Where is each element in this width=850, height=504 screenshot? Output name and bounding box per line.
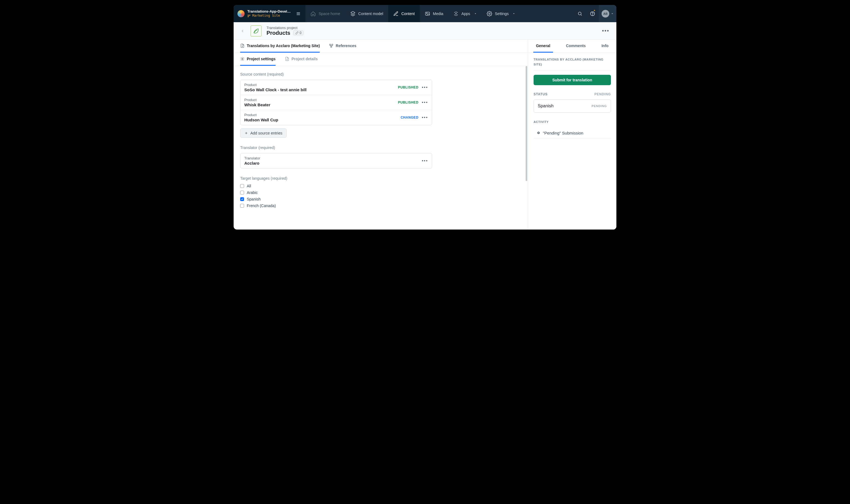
space-name: Translations-App-Develo…: [247, 9, 291, 14]
help-icon: [590, 11, 595, 16]
language-option-arabic[interactable]: Arabic: [240, 191, 520, 195]
language-option-french-canada-[interactable]: French (Canada): [240, 203, 520, 208]
subtab-project-details[interactable]: Project details: [285, 53, 318, 66]
apps-icon: [453, 11, 459, 16]
subtab-project-settings[interactable]: Project settings: [240, 53, 276, 66]
language-status: PENDING: [591, 104, 607, 108]
app-window: Translations-App-Develo… Marketing Site …: [233, 5, 617, 230]
avatar: AB: [602, 10, 609, 18]
space-home-icon: [310, 11, 316, 16]
status-badge: CHANGED: [401, 115, 418, 120]
search-button[interactable]: [574, 5, 586, 22]
doc-icon: [240, 43, 245, 48]
sidebar-tab-info[interactable]: Info: [599, 40, 611, 53]
breadcrumb: Translations project: [266, 26, 303, 30]
environment-name: Marketing Site: [252, 14, 280, 18]
space-menu-button[interactable]: [294, 10, 302, 18]
status-label: STATUS: [534, 92, 548, 96]
entry-actions-menu[interactable]: •••: [601, 26, 610, 36]
contentful-logo-icon: [238, 10, 245, 17]
sidebar-tabs: GeneralCommentsInfo: [528, 40, 617, 53]
source-entry-card[interactable]: ProductWhisk BeaterPUBLISHED•••: [241, 95, 432, 110]
nav-space-home[interactable]: Space home: [306, 5, 345, 22]
editor-tabs: Translations by Acclaro (Marketing Site)…: [233, 40, 528, 53]
checkbox-icon: [240, 204, 244, 208]
language-option-spanish[interactable]: Spanish: [240, 197, 520, 201]
checkbox-icon: [240, 184, 244, 188]
source-content-list: ProductSoSo Wall Clock - test annie bill…: [240, 80, 432, 125]
leaf-icon: [253, 28, 259, 34]
language-option-all[interactable]: All: [240, 184, 520, 188]
target-languages-list: AllArabicSpanishFrench (Canada): [240, 184, 520, 208]
top-navbar: Translations-App-Develo… Marketing Site …: [233, 5, 617, 22]
search-icon: [577, 11, 583, 16]
entry-header: Translations project Products 0 •••: [233, 22, 617, 40]
source-entry-card[interactable]: ProductSoSo Wall Clock - test annie bill…: [241, 80, 432, 95]
translator-card[interactable]: Translator Acclaro •••: [240, 153, 432, 168]
submit-for-translation-button[interactable]: Submit for translation: [534, 75, 611, 85]
sidebar-panel: GeneralCommentsInfo TRANSLATIONS BY ACCL…: [528, 40, 617, 230]
target-languages-label: Target languages (required): [240, 176, 520, 180]
add-source-entries-button[interactable]: Add source entries: [240, 128, 287, 138]
entry-title: SoSo Wall Clock - test annie bill: [244, 87, 307, 92]
translator-menu-button[interactable]: •••: [422, 158, 428, 163]
link-icon: [295, 31, 299, 35]
entry-title: Hudson Wall Cup: [244, 118, 278, 122]
status-badge: PUBLISHED: [398, 101, 418, 104]
editor-panel: Translations by Acclaro (Marketing Site)…: [233, 40, 528, 230]
nav-content[interactable]: Content: [388, 5, 420, 22]
entry-type: Product: [244, 83, 307, 87]
scrollbar[interactable]: [526, 66, 527, 181]
sidebar-tab-comments[interactable]: Comments: [563, 40, 588, 53]
tab-translations-by-acclaro-marketing-site-[interactable]: Translations by Acclaro (Marketing Site): [240, 40, 320, 53]
user-menu[interactable]: AB: [599, 5, 617, 22]
content-icon: [393, 11, 399, 16]
entry-menu-button[interactable]: •••: [422, 115, 428, 120]
entry-menu-button[interactable]: •••: [422, 100, 428, 105]
activity-dot-icon: [537, 132, 540, 134]
references-count: 0: [300, 31, 301, 35]
nav-apps[interactable]: Apps: [448, 5, 482, 22]
tab-references[interactable]: References: [329, 40, 357, 53]
activity-label: ACTIVITY: [534, 120, 611, 125]
activity-item: "Pending" Submission: [534, 128, 611, 138]
nav-content-model[interactable]: Content model: [345, 5, 388, 22]
source-entry-card[interactable]: ProductHudson Wall CupCHANGED•••: [241, 110, 432, 125]
back-button[interactable]: [240, 28, 246, 34]
chevron-down-icon: [513, 12, 515, 15]
nav-media[interactable]: Media: [420, 5, 448, 22]
entry-type: Product: [244, 98, 270, 102]
media-icon: [425, 11, 430, 16]
notification-dot-icon: [593, 9, 595, 12]
svg-point-5: [489, 13, 490, 14]
nav-items: Space homeContent modelContentMediaAppsS…: [306, 5, 520, 22]
sidebar-tab-general[interactable]: General: [533, 40, 553, 53]
language-name: Spanish: [538, 104, 554, 108]
content-type-icon: [250, 25, 262, 36]
source-content-label: Source content (required): [240, 72, 520, 76]
branch-icon: [247, 14, 250, 18]
help-button[interactable]: [586, 5, 599, 22]
entry-title: Whisk Beater: [244, 103, 270, 107]
plus-icon: [244, 131, 248, 135]
chevron-down-icon: [611, 12, 614, 15]
content-model-icon: [350, 11, 355, 16]
svg-point-2: [249, 15, 250, 15]
sidebar-app-title: TRANSLATIONS BY ACCLARO (MARKETING SITE): [534, 57, 611, 67]
checkbox-icon: [240, 197, 244, 201]
svg-point-6: [578, 12, 581, 15]
ref-icon: [329, 43, 333, 48]
references-badge[interactable]: 0: [293, 31, 304, 35]
main-area: Translations by Acclaro (Marketing Site)…: [233, 40, 617, 230]
svg-point-4: [427, 13, 427, 14]
nav-settings[interactable]: Settings: [482, 5, 520, 22]
chevron-left-icon: [241, 29, 245, 33]
translator-name: Acclaro: [244, 161, 260, 165]
language-status-card: Spanish PENDING: [534, 100, 611, 112]
space-switcher[interactable]: Translations-App-Develo… Marketing Site: [233, 5, 306, 22]
form-body: Source content (required) ProductSoSo Wa…: [233, 66, 528, 230]
settings-icon: [487, 11, 492, 16]
entry-menu-button[interactable]: •••: [422, 85, 428, 90]
translator-type: Translator: [244, 156, 260, 160]
svg-point-12: [242, 58, 243, 59]
